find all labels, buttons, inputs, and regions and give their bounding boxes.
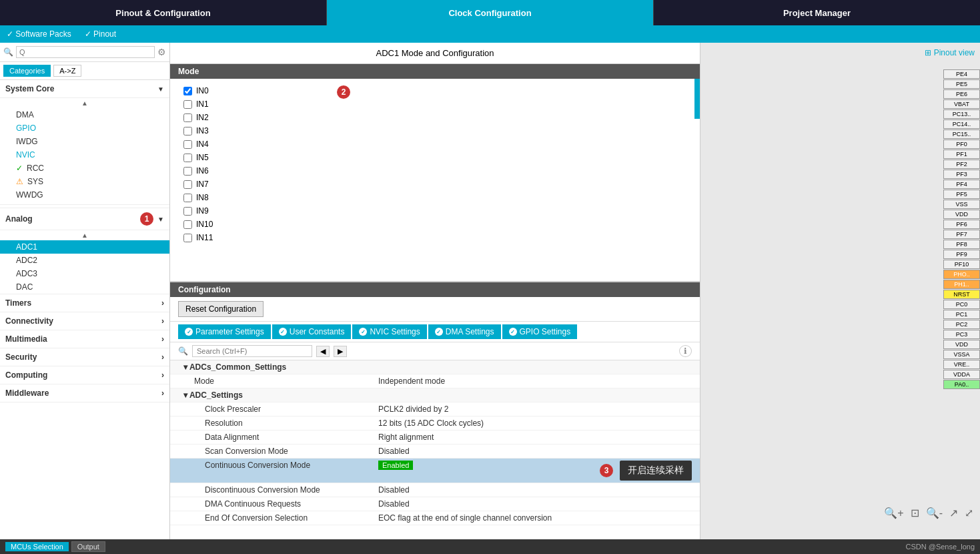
output-button[interactable]: Output (71, 541, 105, 552)
pin-label-PF10[interactable]: PF10 (943, 260, 980, 269)
config-tab-parameter-settings[interactable]: ✓Parameter Settings (178, 324, 271, 339)
tab-categories[interactable]: Categories (3, 65, 51, 77)
pin-label-ADC1_IN0[interactable]: PA0.. (943, 380, 980, 389)
config-row-discontinuous-conversion-mode[interactable]: Discontinuous Conversion ModeDisabled (170, 483, 700, 497)
checkbox-in5[interactable] (183, 154, 192, 162)
pin-label-PE5[interactable]: PE5 (943, 79, 980, 89)
sidebar-item-rcc[interactable]: ✓RCC (0, 162, 169, 175)
gear-icon[interactable]: ⚙ (157, 47, 166, 57)
pin-label-PF9[interactable]: PF9 (943, 250, 980, 259)
config-row-adc-settings[interactable]: ▾ ADC_Settings (170, 388, 700, 402)
checkbox-in8[interactable] (183, 194, 192, 202)
nav-project[interactable]: Project Manager (654, 0, 980, 25)
config-row-data-alignment[interactable]: Data AlignmentRight alignment (170, 431, 700, 445)
pin-label-PF0[interactable]: PF0 (943, 140, 980, 149)
label-in2[interactable]: IN2 (196, 113, 209, 122)
sidebar-item-dac[interactable]: DAC (0, 280, 169, 294)
reset-configuration-button[interactable]: Reset Configuration (178, 301, 264, 317)
sidebar-item-adc3[interactable]: ADC3 (0, 267, 169, 280)
sidebar-search-input[interactable] (16, 46, 155, 58)
pin-label-VBAT[interactable]: VBAT (943, 99, 980, 109)
pin-label-RCC_OSC_OUT[interactable]: PH1.. (943, 280, 980, 289)
checkbox-in10[interactable] (183, 220, 192, 229)
pin-label-VSSA[interactable]: VSSA (943, 350, 980, 359)
pinout-nav[interactable]: ✓ Pinout (85, 29, 116, 39)
label-in5[interactable]: IN5 (196, 153, 209, 162)
section-header-computing[interactable]: Computing › (0, 366, 169, 384)
section-header-analog[interactable]: Analog 1 ▼ (0, 208, 169, 230)
pin-label-PE6[interactable]: PE6 (943, 89, 980, 99)
config-tab-gpio-settings[interactable]: ✓GPIO Settings (502, 324, 578, 339)
zoom-in-icon[interactable]: 🔍+ (884, 507, 903, 519)
label-in4[interactable]: IN4 (196, 140, 209, 149)
checkbox-in3[interactable] (183, 127, 192, 135)
sidebar-item-adc2[interactable]: ADC2 (0, 254, 169, 267)
software-packs-nav[interactable]: ✓ Software Packs (7, 29, 71, 39)
section-header-security[interactable]: Security › (0, 348, 169, 366)
scroll-up-arrow-analog[interactable]: ▲ (0, 230, 169, 240)
config-row-adcs-common-settings[interactable]: ▾ ADCs_Common_Settings (170, 360, 700, 374)
fullscreen-icon[interactable]: ⤢ (965, 507, 973, 519)
pin-label-VSS[interactable]: VSS (943, 200, 980, 209)
pin-label-PC2[interactable]: PC2 (943, 320, 980, 329)
sidebar-item-nvic[interactable]: NVIC (0, 148, 169, 162)
config-row-clock-prescaler[interactable]: Clock PrescalerPCLK2 divided by 2 (170, 402, 700, 417)
sidebar-item-adc1[interactable]: ADC1 (0, 240, 169, 254)
label-in8[interactable]: IN8 (196, 193, 209, 202)
search-next-button[interactable]: ▶ (334, 346, 347, 357)
pin-label-PF2[interactable]: PF2 (943, 160, 980, 169)
pin-label-PE4[interactable]: PE4 (943, 69, 980, 79)
pin-label-NRST[interactable]: NRST (943, 290, 980, 299)
checkbox-in6[interactable] (183, 167, 192, 176)
pin-label-PC3[interactable]: PC3 (943, 330, 980, 339)
section-header-multimedia[interactable]: Multimedia › (0, 330, 169, 348)
label-in0[interactable]: IN0 (196, 86, 209, 95)
nav-pinout[interactable]: Pinout & Configuration (0, 0, 327, 25)
label-in10[interactable]: IN10 (196, 220, 213, 229)
label-in1[interactable]: IN1 (196, 99, 209, 109)
pin-label-VDD[interactable]: VDD (943, 210, 980, 219)
label-in11[interactable]: IN11 (196, 233, 213, 242)
sidebar-item-wwdg[interactable]: WWDG (0, 188, 169, 202)
config-tab-user-constants[interactable]: ✓User Constants (272, 324, 352, 339)
checkbox-in0[interactable] (183, 87, 192, 95)
pin-label-RCC_OSC_IN[interactable]: PHO.. (943, 270, 980, 279)
checkbox-in2[interactable] (183, 113, 192, 122)
pin-label-PF1[interactable]: PF1 (943, 150, 980, 159)
fit-view-icon[interactable]: ⊡ (911, 507, 919, 519)
checkbox-in7[interactable] (183, 180, 192, 189)
label-in9[interactable]: IN9 (196, 206, 209, 216)
section-header-system-core[interactable]: System Core ▼ (0, 80, 169, 98)
zoom-out-icon[interactable]: 🔍- (926, 507, 943, 519)
pin-label-VDD2[interactable]: VDD (943, 340, 980, 349)
label-in7[interactable]: IN7 (196, 180, 209, 189)
label-in6[interactable]: IN6 (196, 166, 209, 176)
pin-label-PC1[interactable]: PC1 (943, 310, 980, 319)
export-icon[interactable]: ↗ (949, 507, 958, 519)
scroll-up-arrow[interactable]: ▲ (0, 98, 169, 108)
config-row-mode-row[interactable]: ModeIndependent mode (170, 374, 700, 388)
pin-label-VRE[interactable]: VRE.. (943, 360, 980, 369)
pin-label-PF4[interactable]: PF4 (943, 180, 980, 189)
config-tab-nvic-settings[interactable]: ✓NVIC Settings (352, 324, 426, 339)
pin-label-PC0[interactable]: PC0 (943, 300, 980, 309)
pin-label-PF6[interactable]: PF6 (943, 220, 980, 229)
checkbox-in9[interactable] (183, 207, 192, 216)
tab-atoz[interactable]: A->Z (53, 65, 81, 77)
section-header-connectivity[interactable]: Connectivity › (0, 312, 169, 330)
config-row-end-of-conversion[interactable]: End Of Conversion SelectionEOC flag at t… (170, 511, 700, 525)
pin-label-PC13[interactable]: PC13.. (943, 109, 980, 119)
pin-label-PC14[interactable]: PC14.. (943, 119, 980, 129)
config-row-dma-continuous-requests[interactable]: DMA Continuous RequestsDisabled (170, 497, 700, 511)
checkbox-in11[interactable] (183, 234, 192, 242)
pinout-view-button[interactable]: ⊞ Pinout view (925, 48, 975, 57)
config-row-resolution[interactable]: Resolution12 bits (15 ADC Clock cycles) (170, 417, 700, 431)
pin-label-PF8[interactable]: PF8 (943, 240, 980, 249)
search-prev-button[interactable]: ◀ (316, 346, 330, 357)
config-row-scan-conversion-mode[interactable]: Scan Conversion ModeDisabled (170, 445, 700, 459)
sidebar-item-sys[interactable]: ⚠SYS (0, 175, 169, 188)
mcus-selection-button[interactable]: MCUs Selection (5, 542, 69, 551)
checkbox-in4[interactable] (183, 140, 192, 149)
info-icon[interactable]: ℹ (679, 345, 692, 357)
sidebar-item-iwdg[interactable]: IWDG (0, 135, 169, 148)
